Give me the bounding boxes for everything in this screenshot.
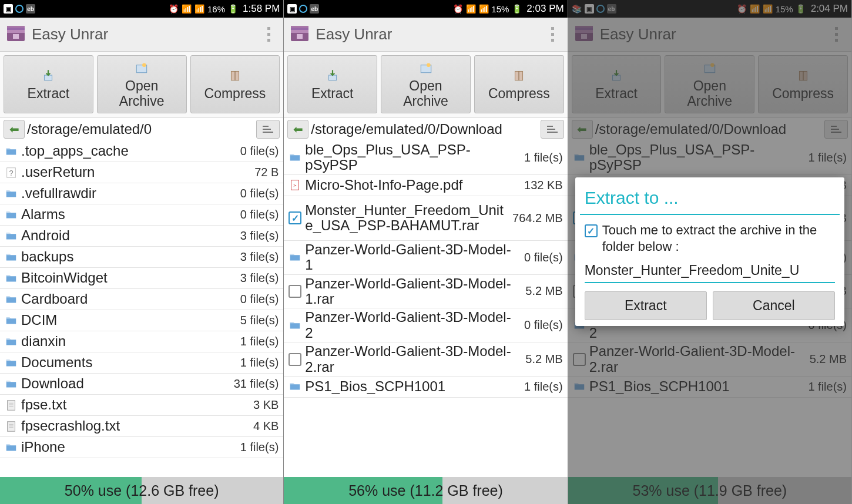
- file-row[interactable]: Download 31 file(s): [0, 374, 283, 395]
- status-bar: ▣ eb ⏰ 📶 📶 15% 🔋 2:03 PM: [284, 0, 567, 18]
- app-bar: Easy Unrar: [0, 18, 283, 52]
- file-checkbox[interactable]: [289, 211, 301, 224]
- wifi-icon: 📶: [182, 4, 192, 14]
- file-meta: 0 file(s): [524, 318, 563, 332]
- compress-button[interactable]: Compress: [474, 55, 564, 113]
- file-meta: 132 KB: [524, 179, 563, 192]
- file-meta: 72 B: [254, 166, 279, 179]
- file-row[interactable]: .vefullrawdir 0 file(s): [0, 183, 283, 204]
- file-meta: 1 file(s): [240, 356, 279, 369]
- file-meta: 5 file(s): [240, 314, 279, 327]
- extract-dialog: Extract to ... Touch me to extract the a…: [575, 177, 844, 326]
- app-icon-small: eb: [310, 4, 319, 14]
- file-meta: 4 KB: [253, 419, 279, 433]
- file-row[interactable]: fpsecrashlog.txt 4 KB: [0, 416, 283, 437]
- folder-icon: [289, 379, 301, 394]
- sort-button[interactable]: [541, 120, 564, 139]
- file-row[interactable]: Monster_Hunter_Freedom_Unite_USA_PSP-BAH…: [284, 196, 567, 241]
- svg-text:?: ?: [9, 168, 13, 177]
- file-row[interactable]: Cardboard 0 file(s): [0, 289, 283, 310]
- file-icon: [5, 398, 18, 412]
- file-row[interactable]: ble_Ops_Plus_USA_PSP-pSyPSP 1 file(s): [284, 141, 567, 175]
- signal-icon: 📶: [194, 4, 205, 14]
- svg-rect-2: [13, 34, 19, 39]
- file-row[interactable]: PS1_Bios_SCPH1001 1 file(s): [284, 377, 567, 398]
- folder-icon: [5, 187, 18, 201]
- overflow-menu-button[interactable]: [260, 23, 277, 46]
- panel-0: ▣ eb ⏰ 📶 📶 16% 🔋 1:58 PM Easy Unrar Extr…: [0, 0, 284, 504]
- file-row[interactable]: BitcoinWidget 3 file(s): [0, 268, 283, 289]
- svg-rect-22: [297, 34, 303, 39]
- extract-icon: [325, 68, 340, 83]
- file-list[interactable]: ble_Ops_Plus_USA_PSP-pSyPSP 1 file(s) ≻ …: [284, 141, 567, 477]
- file-meta: 3 KB: [253, 398, 279, 412]
- folder-icon: [5, 314, 18, 328]
- compress-icon: [227, 68, 243, 83]
- file-meta: 5.2 MB: [525, 284, 562, 298]
- file-row[interactable]: fpse.txt 3 KB: [0, 395, 283, 416]
- dialog-folder-input[interactable]: [585, 259, 835, 283]
- file-name: Monster_Hunter_Freedom_Unite_USA_PSP-BAH…: [305, 203, 506, 234]
- file-row[interactable]: Panzer-World-Galient-3D-Model-1.rar 5.2 …: [284, 275, 567, 309]
- file-name: Documents: [21, 355, 234, 370]
- file-name: Alarms: [21, 207, 234, 222]
- file-checkbox[interactable]: [289, 353, 301, 366]
- file-row[interactable]: Documents 1 file(s): [0, 352, 283, 374]
- open-archive-icon: [418, 60, 434, 75]
- folder-icon: [5, 229, 18, 243]
- file-meta: 0 file(s): [240, 293, 279, 306]
- battery-icon: 🔋: [227, 4, 238, 14]
- file-row[interactable]: .top_apps_cache 0 file(s): [0, 141, 283, 162]
- sort-button[interactable]: [256, 120, 280, 139]
- file-row[interactable]: ? .userReturn 72 B: [0, 162, 283, 183]
- dialog-cancel-button[interactable]: Cancel: [713, 291, 835, 320]
- file-name: Panzer-World-Galient-3D-Model-1: [305, 242, 518, 273]
- file-name: DCIM: [21, 313, 234, 328]
- compress-button[interactable]: Compress: [190, 55, 280, 113]
- gallery-icon: ▣: [287, 4, 297, 14]
- file-row[interactable]: Android 3 file(s): [0, 226, 283, 247]
- folder-icon: [5, 356, 18, 370]
- file-row[interactable]: dianxin 1 file(s): [0, 331, 283, 352]
- dialog-checkbox[interactable]: [585, 224, 598, 237]
- file-row[interactable]: Panzer-World-Galient-3D-Model-1 0 file(s…: [284, 241, 567, 275]
- dialog-message: Touch me to extract the archive in the f…: [602, 222, 835, 254]
- folder-icon: [5, 441, 18, 455]
- file-name: .userReturn: [21, 164, 249, 180]
- file-row[interactable]: Panzer-World-Galient-3D-Model-2.rar 5.2 …: [284, 342, 567, 377]
- extract-button[interactable]: Extract: [287, 55, 377, 113]
- open-archive-button[interactable]: Open Archive: [381, 55, 471, 113]
- file-row[interactable]: iPhone 1 file(s): [0, 437, 283, 458]
- action-row: Extract Open Archive Compress: [284, 52, 567, 117]
- file-meta: 1 file(s): [240, 441, 279, 454]
- file-meta: 0 file(s): [240, 208, 279, 221]
- alarm-icon: ⏰: [452, 4, 463, 14]
- file-row[interactable]: Alarms 0 file(s): [0, 204, 283, 226]
- file-row[interactable]: backups 3 file(s): [0, 247, 283, 268]
- file-checkbox[interactable]: [289, 285, 301, 298]
- back-button[interactable]: ⬅: [4, 120, 25, 139]
- dialog-extract-button[interactable]: Extract: [585, 291, 707, 320]
- file-name: Download: [21, 376, 228, 391]
- back-button[interactable]: ⬅: [287, 120, 308, 139]
- file-name: .top_apps_cache: [21, 143, 234, 159]
- file-meta: 5.2 MB: [525, 352, 562, 366]
- file-row[interactable]: Panzer-World-Galient-3D-Model-2 0 file(s…: [284, 308, 567, 342]
- file-meta: 3 file(s): [240, 250, 279, 264]
- file-meta: 0 file(s): [240, 187, 279, 200]
- overflow-menu-button[interactable]: [544, 23, 562, 46]
- app-bar: Easy Unrar: [284, 18, 567, 52]
- app-title: Easy Unrar: [316, 25, 544, 43]
- file-row[interactable]: DCIM 5 file(s): [0, 310, 283, 331]
- file-row[interactable]: ≻ Micro-Shot-Info-Page.pdf 132 KB: [284, 175, 567, 196]
- open-archive-button[interactable]: Open Archive: [97, 55, 187, 113]
- file-meta: 3 file(s): [240, 229, 279, 243]
- folder-icon: [5, 293, 18, 307]
- svg-point-27: [427, 63, 431, 68]
- file-list[interactable]: .top_apps_cache 0 file(s) ? .userReturn …: [0, 141, 283, 477]
- file-name: fpse.txt: [21, 397, 247, 412]
- svg-text:≻: ≻: [293, 183, 297, 188]
- svg-rect-24: [291, 28, 308, 30]
- extract-button[interactable]: Extract: [4, 55, 93, 113]
- status-time: 1:58 PM: [243, 3, 280, 15]
